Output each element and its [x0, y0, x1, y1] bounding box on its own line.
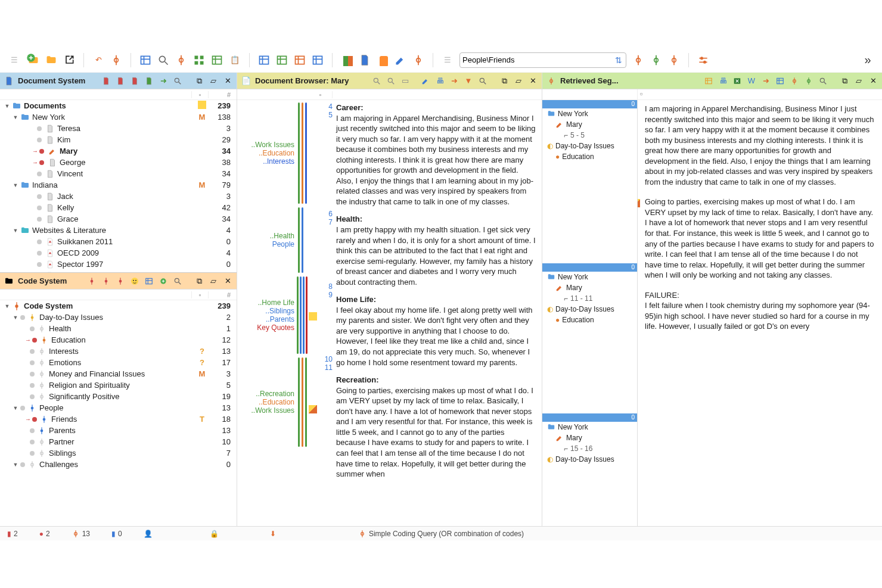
complex-query-icon[interactable]: [174, 53, 188, 67]
grid-view-icon[interactable]: [192, 53, 206, 67]
deactivate-codes-icon[interactable]: [101, 276, 111, 287]
zoom-out-icon[interactable]: [371, 76, 382, 86]
code-item-health[interactable]: Health: [49, 324, 195, 333]
maximize-icon[interactable]: ▱: [208, 276, 219, 287]
notes-icon[interactable]: 📋: [228, 53, 242, 67]
close-icon[interactable]: ✕: [868, 76, 878, 86]
segment-range[interactable]: 5 - 5: [570, 131, 585, 139]
import-doc-icon[interactable]: ➜: [158, 76, 169, 86]
tree-item-grace[interactable]: Grace: [57, 214, 195, 223]
list-icon[interactable]: ☰: [440, 53, 455, 67]
filter-icon[interactable]: ▼: [463, 76, 474, 86]
close-icon[interactable]: ✕: [527, 76, 538, 86]
segment-code[interactable]: Day-to-Day Issues: [555, 142, 614, 150]
segment-code[interactable]: Day-to-Day Issues: [555, 455, 614, 463]
expand-icon[interactable]: ▼: [12, 405, 19, 412]
tree-item-wvs[interactable]: WorldValuesSurvey: [57, 271, 195, 272]
segment-code[interactable]: Day-to-Day Issues: [555, 305, 614, 313]
document-text[interactable]: Career:I am majoring in Apparel Merchand…: [333, 100, 542, 526]
code-item-sigpos[interactable]: Significantly Positive: [49, 392, 195, 401]
expand-icon[interactable]: ▼: [12, 314, 19, 321]
segment-doc[interactable]: Mary: [566, 434, 582, 442]
expand-icon[interactable]: ▼: [12, 461, 19, 468]
code-relations-icon[interactable]: [293, 53, 307, 67]
activate-docs-icon[interactable]: [101, 76, 111, 86]
new-doc-icon[interactable]: [144, 76, 154, 86]
export-seg-icon[interactable]: ➜: [760, 76, 771, 86]
edit-icon[interactable]: [393, 53, 408, 67]
code-item-emotions[interactable]: Emotions: [49, 358, 195, 367]
code-lens-icon[interactable]: [109, 53, 123, 67]
segment-range[interactable]: 15 - 16: [570, 444, 592, 453]
memo-icon[interactable]: [638, 199, 640, 207]
code-item-education[interactable]: Education: [51, 335, 195, 344]
maximize-icon[interactable]: ▱: [853, 76, 864, 86]
code-item-parents[interactable]: Parents: [49, 426, 195, 435]
segment-doc[interactable]: Mary: [566, 120, 582, 129]
print-icon[interactable]: 🖶: [434, 76, 445, 86]
tree-item-websites[interactable]: Websites & Literature: [32, 226, 195, 235]
zoom-in-icon[interactable]: [386, 76, 396, 86]
code-info-icon[interactable]: [667, 53, 681, 67]
code-seg-icon[interactable]: [789, 76, 800, 86]
fit-icon[interactable]: ▭: [400, 76, 411, 86]
status-retrieved[interactable]: 13: [72, 530, 90, 538]
export-icon[interactable]: ➜: [449, 76, 459, 86]
code-item-challenges[interactable]: Challenges: [39, 460, 195, 469]
expand-icon[interactable]: ▼: [4, 303, 11, 310]
close-icon[interactable]: ✕: [222, 76, 233, 86]
expand-icon[interactable]: ▼: [12, 114, 19, 121]
table-seg-icon[interactable]: [775, 76, 785, 86]
print-seg-icon[interactable]: 🖶: [718, 76, 728, 86]
maximize-icon[interactable]: ▱: [208, 76, 219, 86]
crosstab-icon[interactable]: [257, 53, 271, 67]
search-doc-icon[interactable]: [477, 76, 488, 86]
code-item-d2d[interactable]: Day-to-Day Issues: [39, 313, 195, 322]
segment-doc[interactable]: Mary: [566, 284, 582, 292]
undock-icon[interactable]: ⧉: [194, 76, 204, 86]
search-icon[interactable]: [156, 53, 170, 67]
expand-icon[interactable]: ▼: [12, 227, 19, 234]
matrix-icon[interactable]: [210, 53, 224, 67]
code-plus-icon[interactable]: [649, 53, 663, 67]
status-lock-icon[interactable]: 🔒: [210, 530, 219, 538]
tree-item-oecd[interactable]: OECD 2009: [57, 248, 195, 257]
maximize-icon[interactable]: ▱: [513, 76, 524, 86]
import-icon[interactable]: [62, 53, 76, 67]
undock-icon[interactable]: ⧉: [194, 276, 204, 287]
segment-range[interactable]: 11 - 11: [570, 294, 592, 303]
doc-blue-icon[interactable]: [358, 53, 372, 67]
tree-item-indiana[interactable]: Indiana: [32, 181, 195, 189]
memo-icon[interactable]: [309, 405, 317, 413]
code-add-icon[interactable]: [631, 53, 645, 67]
code-item-root[interactable]: Code System: [24, 301, 195, 310]
undo-icon[interactable]: ↶: [91, 53, 105, 67]
word-export-icon[interactable]: W: [746, 76, 757, 86]
tree-item-documents[interactable]: Documents: [24, 101, 195, 110]
code-item-partner[interactable]: Partner: [49, 437, 195, 446]
code-add-seg-icon[interactable]: [803, 76, 814, 86]
tree-item-suikkanen[interactable]: Suikkanen 2011: [57, 237, 195, 246]
segment-code[interactable]: Education: [562, 153, 594, 161]
code-item-siblings[interactable]: Siblings: [49, 449, 195, 458]
retrieved-sources[interactable]: 0 New York Mary ⌐ 5 - 5 ◐Day-to-Day Issu…: [542, 100, 638, 526]
code-item-money[interactable]: Money and Financial Issues: [49, 369, 195, 378]
tree-item-kim[interactable]: Kim: [57, 135, 195, 144]
search-codes-icon[interactable]: [172, 276, 183, 287]
undock-icon[interactable]: ⧉: [839, 76, 850, 86]
excel-export-icon[interactable]: [732, 76, 743, 86]
expand-icon[interactable]: ▼: [12, 182, 19, 189]
code-map-icon[interactable]: [310, 53, 325, 67]
menu-icon[interactable]: ☰: [7, 53, 21, 67]
expand-icon[interactable]: ▼: [4, 102, 11, 110]
doc-tree[interactable]: ▼Documents239 ▼New YorkM138 Teresa3 Kim2…: [0, 100, 237, 272]
retrieved-text[interactable]: I am majoring in Apparel Merchandising, …: [638, 100, 882, 526]
status-query[interactable]: Simple Coding Query (OR combination of c…: [358, 530, 524, 538]
tree-item-kelly[interactable]: Kelly: [57, 203, 195, 212]
slider-icon[interactable]: [696, 53, 710, 67]
tree-item-spector[interactable]: Spector 1997: [57, 260, 195, 269]
overview-icon[interactable]: [703, 76, 714, 86]
segment-group[interactable]: New York: [558, 110, 588, 118]
search-seg-icon[interactable]: [818, 76, 828, 86]
segment-group[interactable]: New York: [558, 273, 588, 281]
